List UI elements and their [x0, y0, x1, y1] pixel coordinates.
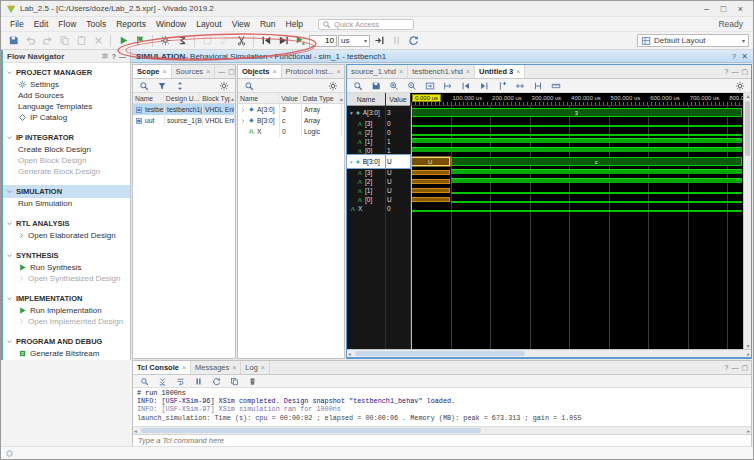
flownav-section-header-rtl-analysis[interactable]: RTL ANALYSIS — [3, 217, 130, 230]
flownav-item-ip-catalog[interactable]: IP Catalog — [3, 112, 130, 123]
wave-signal-name-2[interactable]: [2] — [347, 128, 385, 137]
tab-close-icon[interactable]: × — [261, 364, 265, 371]
go-to-time-button[interactable] — [440, 79, 456, 93]
menu-file[interactable]: File — [5, 18, 29, 30]
console-tab-messages[interactable]: Messages× — [191, 361, 241, 374]
flownav-item-run-simulation[interactable]: Run Simulation — [3, 198, 130, 209]
panel-settings-button[interactable] — [325, 79, 341, 93]
zoom-out-button[interactable] — [404, 79, 420, 93]
wave-vertical-scrollbar[interactable]: ▲ ▼ — [743, 93, 751, 349]
menu-icon[interactable] — [101, 52, 109, 60]
expander-icon[interactable]: ▾ — [350, 159, 353, 165]
search-button[interactable] — [136, 79, 152, 93]
flownav-section-header-project-manager[interactable]: PROJECT MANAGER — [3, 66, 130, 79]
wave-tab-testbench1-vhd[interactable]: testbench1.vhd× — [408, 65, 475, 78]
scope-row-uut[interactable]: uutsource_1(BeVHDL Entity — [133, 115, 235, 126]
sum-button[interactable] — [174, 34, 190, 48]
wave-tab-untitled-3[interactable]: Untitled 3× — [475, 65, 525, 78]
scope-tab-sources[interactable]: Sources× — [172, 65, 216, 78]
menu-tools[interactable]: Tools — [81, 18, 111, 30]
pause-button[interactable] — [388, 34, 404, 48]
tcl-console-output[interactable]: # run 1000nsINFO: [USF-XSim-96] XSim com… — [133, 388, 751, 426]
column-header-data-type[interactable]: Data Type — [301, 93, 340, 103]
wave-signal-name-1[interactable]: [1] — [347, 186, 385, 195]
object-row-x[interactable]: X0Logic — [238, 126, 344, 137]
flownav-item-open-hardware-manager[interactable]: Open Hardware Manager — [3, 359, 130, 360]
search-button[interactable] — [136, 374, 152, 388]
menu-help[interactable]: Help — [281, 18, 308, 30]
flownav-item-add-sources[interactable]: Add Sources — [3, 90, 130, 101]
undo-button[interactable] — [22, 34, 38, 48]
pause-button[interactable] — [190, 374, 206, 388]
scope-row-testbe[interactable]: testbe...testbench1(bVHDL Entity — [133, 104, 235, 115]
minimize-panel-icon[interactable]: — — [731, 364, 738, 371]
flownav-item-open-block-design[interactable]: Open Block Design — [3, 155, 130, 166]
flownav-item-run-implementation[interactable]: Run Implementation — [3, 305, 130, 316]
tab-close-icon[interactable]: × — [232, 364, 236, 371]
refresh-button[interactable] — [208, 374, 224, 388]
object-row-b-3-0[interactable]: B[3:0]cArray — [238, 115, 344, 126]
close-icon[interactable]: ✕ — [741, 52, 748, 61]
objects-tab-protocol-inst[interactable]: Protocol Inst...× — [282, 65, 344, 78]
tab-close-icon[interactable]: × — [337, 68, 341, 75]
wave-signal-name-2[interactable]: [2] — [347, 177, 385, 186]
object-row-a-3-0[interactable]: A[3:0]3Array — [238, 104, 344, 115]
flownav-item-open-implemented-design[interactable]: Open Implemented Design — [3, 316, 130, 327]
help-icon[interactable]: ? — [112, 53, 116, 60]
copy-button[interactable] — [226, 374, 242, 388]
tab-close-icon[interactable]: × — [206, 68, 210, 75]
wave-horizontal-scrollbar[interactable]: ◂ ▸ — [347, 349, 751, 357]
menu-flow[interactable]: Flow — [53, 18, 81, 30]
line-wrap-button[interactable] — [172, 374, 188, 388]
expander-icon[interactable]: ▾ — [350, 110, 353, 116]
wave-signal-name-b-3-0[interactable]: ▾B[3:0] — [347, 155, 385, 168]
float-panel-icon[interactable]: ▢ — [741, 364, 748, 372]
run-for-button[interactable] — [292, 34, 308, 48]
scrollbar-thumb[interactable] — [141, 428, 481, 433]
tab-close-icon[interactable]: × — [273, 68, 277, 75]
wave-tab-source-1-vhd[interactable]: source_1.vhd× — [347, 65, 408, 78]
step-button[interactable] — [371, 34, 387, 48]
objects-tab-objects[interactable]: Objects× — [238, 65, 282, 78]
cut-button[interactable] — [233, 34, 249, 48]
wave-signal-name-3[interactable]: [3] — [347, 119, 385, 128]
chevron-right-icon[interactable] — [240, 118, 246, 124]
zoom-fit-button[interactable] — [422, 79, 438, 93]
tab-close-icon[interactable]: × — [466, 68, 470, 75]
menu-window[interactable]: Window — [151, 18, 191, 30]
close-button[interactable]: × — [733, 4, 748, 14]
menu-edit[interactable]: Edit — [29, 18, 54, 30]
scroll-left-icon[interactable]: ◂ — [348, 350, 351, 358]
trash-button[interactable] — [244, 374, 260, 388]
settings-button[interactable] — [157, 34, 173, 48]
menu-layout[interactable]: Layout — [191, 18, 227, 30]
flownav-section-header-simulation[interactable]: SIMULATION — [3, 185, 130, 198]
flownav-item-generate-block-design[interactable]: Generate Block Design — [3, 166, 130, 177]
flownav-section-header-synthesis[interactable]: SYNTHESIS — [3, 249, 130, 262]
chevron-right-icon[interactable] — [240, 107, 246, 113]
float-ruler-button[interactable] — [548, 79, 564, 93]
save-button[interactable] — [5, 34, 21, 48]
scrollbar-thumb[interactable] — [355, 351, 525, 356]
column-header-block-type[interactable]: Block Type — [200, 93, 231, 103]
analyze-button[interactable] — [199, 34, 215, 48]
maximize-button[interactable]: □ — [716, 4, 731, 14]
waveform-canvas[interactable]: 0.000 us 0.000 us100.000 us200.000 us300… — [411, 93, 743, 349]
scroll-up-icon[interactable]: ▴ — [340, 95, 344, 102]
snap-to-transition-button[interactable] — [530, 79, 546, 93]
tab-close-icon[interactable]: × — [182, 364, 186, 371]
console-tab-tcl-console[interactable]: Tcl Console× — [133, 361, 191, 374]
tab-close-icon[interactable]: × — [399, 68, 403, 75]
relaunch-button[interactable] — [405, 34, 421, 48]
flownav-section-header-program-and-debug[interactable]: PROGRAM AND DEBUG — [3, 335, 130, 348]
flownav-item-generate-bitstream[interactable]: Generate Bitstream — [3, 348, 130, 359]
copy-button[interactable] — [56, 34, 72, 48]
time-ruler[interactable]: 0.000 us 0.000 us100.000 us200.000 us300… — [411, 93, 743, 106]
menu-reports[interactable]: Reports — [111, 18, 151, 30]
flownav-item-language-templates[interactable]: Language Templates — [3, 101, 130, 112]
column-header-value[interactable]: Value — [279, 93, 301, 103]
search-button[interactable] — [350, 79, 366, 93]
zoom-in-button[interactable] — [386, 79, 402, 93]
panel-settings-button[interactable] — [732, 79, 748, 93]
run-time-input[interactable] — [309, 35, 337, 47]
